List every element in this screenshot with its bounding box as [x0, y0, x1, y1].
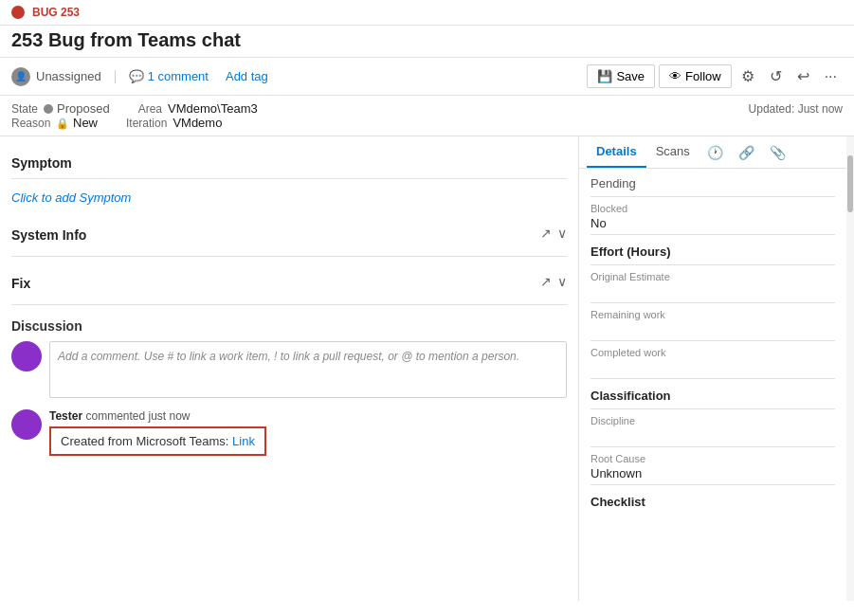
bug-id: BUG 253	[32, 6, 80, 19]
expand-icon-fix: ↗	[540, 274, 552, 289]
save-button[interactable]: 💾 Save	[587, 64, 655, 88]
comment-meta: Tester commented just now	[49, 409, 567, 423]
blocked-label: Blocked	[591, 203, 835, 214]
reason-group: Reason 🔒 New	[11, 116, 98, 130]
completed-work-value[interactable]	[591, 360, 835, 379]
comment-link[interactable]: Link	[232, 434, 255, 448]
reason-label: Reason	[11, 117, 50, 130]
fix-expand[interactable]: ↗ ∨	[540, 274, 567, 289]
comment-input[interactable]: Add a comment. Use # to link a work item…	[49, 341, 567, 398]
tab-scans[interactable]: Scans	[646, 136, 700, 168]
tab-details[interactable]: Details	[587, 136, 646, 168]
right-panel-outer: Details Scans 🕐 🔗 📎 Pending Blocked No E…	[579, 136, 854, 601]
system-info-section: System Info ↗ ∨	[11, 218, 567, 248]
commented-time: commented just now	[85, 409, 190, 423]
commenter-avatar	[11, 409, 42, 440]
more-button[interactable]: ···	[819, 64, 843, 89]
root-cause-value[interactable]: Unknown	[591, 466, 835, 485]
divider	[115, 70, 116, 83]
comment-placeholder: Add a comment. Use # to link a work item…	[58, 350, 519, 363]
symptom-divider	[11, 178, 567, 179]
commenter-name: Tester	[49, 409, 82, 423]
discipline-value[interactable]	[591, 428, 835, 447]
remaining-work-value[interactable]	[591, 322, 835, 341]
undo-button[interactable]: ↩	[791, 63, 815, 89]
reason-value[interactable]: 🔒 New	[56, 116, 98, 130]
attachment-icon[interactable]: 📎	[762, 137, 793, 168]
expand-icon: ↗	[540, 226, 552, 241]
area-label: Area	[138, 102, 162, 116]
system-info-divider	[11, 256, 567, 257]
main-content: Symptom Click to add Symptom System Info…	[0, 136, 854, 601]
tabs-bar: Details Scans 🕐 🔗 📎	[579, 136, 846, 169]
remaining-work-label: Remaining work	[591, 309, 835, 320]
original-estimate-value[interactable]	[591, 284, 835, 303]
scrollbar-thumb	[847, 155, 853, 212]
comment-body: Tester commented just now Created from M…	[49, 409, 567, 456]
avatar: 👤	[11, 67, 30, 86]
meta-bar: 👤 Unassigned 💬 1 comment Add tag 💾 Save …	[0, 58, 854, 96]
add-tag-button[interactable]: Add tag	[226, 69, 268, 83]
scrollbar[interactable]	[846, 136, 854, 601]
blocked-field: Blocked No	[591, 203, 835, 235]
state-label: State	[11, 102, 38, 116]
symptom-placeholder[interactable]: Click to add Symptom	[11, 187, 567, 208]
tab-scans-label: Scans	[656, 144, 690, 158]
right-divider-3	[591, 408, 835, 409]
discipline-field: Discipline	[591, 415, 835, 447]
comment-count[interactable]: 💬 1 comment	[129, 69, 209, 83]
original-estimate-field: Original Estimate	[591, 271, 835, 303]
completed-work-field: Completed work	[591, 347, 835, 379]
save-label: Save	[616, 69, 645, 83]
meta-left: 👤 Unassigned 💬 1 comment Add tag	[11, 67, 568, 86]
history-icon[interactable]: 🕐	[700, 137, 731, 168]
eye-icon: 👁	[669, 69, 681, 83]
comment-count-text: 1 comment	[148, 69, 209, 83]
settings-button[interactable]: ⚙	[736, 63, 760, 89]
comment-content: Created from Microsoft Teams: Link	[49, 426, 266, 456]
lock-icon: 🔒	[56, 118, 69, 129]
classification-title: Classification	[591, 389, 835, 403]
system-info-expand[interactable]: ↗ ∨	[540, 226, 567, 241]
right-content: Pending Blocked No Effort (Hours) Origin…	[579, 169, 846, 520]
chevron-down-icon-fix: ∨	[557, 274, 567, 289]
right-divider-1	[591, 196, 835, 197]
symptom-header: Symptom	[11, 155, 567, 171]
iteration-value[interactable]: VMdemo	[173, 116, 222, 130]
comment-text: Created from Microsoft Teams:	[61, 434, 232, 448]
comment-icon: 💬	[129, 69, 144, 83]
area-value[interactable]: VMdemo\Team3	[168, 101, 258, 116]
fix-section: Fix ↗ ∨	[11, 266, 567, 297]
right-divider-2	[591, 264, 835, 265]
toolbar-right: 💾 Save 👁 Follow ⚙ ↺ ↩ ···	[587, 63, 843, 89]
discussion-header: Discussion	[11, 318, 567, 334]
title-bar: 253 Bug from Teams chat	[0, 26, 854, 58]
unassigned-label: Unassigned	[36, 69, 101, 83]
bug-icon	[11, 6, 25, 19]
state-dot	[44, 104, 53, 114]
field-bar: State Proposed Area VMdemo\Team3 Updated…	[0, 96, 854, 136]
pending-label: Pending	[591, 176, 835, 190]
root-cause-label: Root Cause	[591, 453, 835, 464]
state-value[interactable]: Proposed	[44, 101, 110, 116]
iteration-label: Iteration	[126, 117, 167, 130]
comment-item: Tester commented just now Created from M…	[11, 409, 567, 456]
user-avatar	[11, 341, 42, 371]
save-icon: 💾	[597, 69, 612, 83]
fix-divider	[11, 304, 567, 305]
blocked-value[interactable]: No	[591, 216, 835, 235]
follow-button[interactable]: 👁 Follow	[659, 64, 732, 88]
area-group: Area VMdemo\Team3	[138, 101, 258, 116]
iteration-group: Iteration VMdemo	[126, 116, 222, 130]
completed-work-label: Completed work	[591, 347, 835, 358]
link-icon[interactable]: 🔗	[731, 137, 762, 168]
chevron-down-icon: ∨	[557, 226, 567, 241]
follow-label: Follow	[685, 69, 721, 83]
left-panel: Symptom Click to add Symptom System Info…	[0, 136, 579, 601]
tab-details-label: Details	[596, 144, 637, 158]
bug-label: BUG 253	[11, 6, 80, 19]
discipline-label: Discipline	[591, 415, 835, 426]
refresh-button[interactable]: ↺	[764, 63, 788, 89]
system-info-header: System Info	[11, 227, 86, 243]
checklist-title: Checklist	[591, 495, 835, 509]
